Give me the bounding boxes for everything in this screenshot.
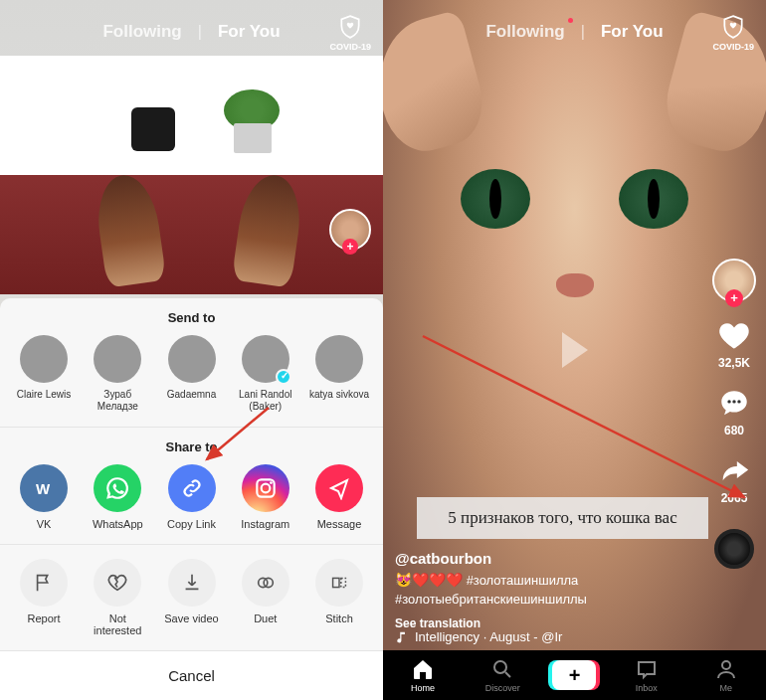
play-icon[interactable] — [562, 332, 588, 368]
svg-point-3 — [270, 481, 273, 484]
tab-following[interactable]: Following — [102, 22, 181, 42]
follow-plus-icon[interactable]: + — [725, 289, 743, 307]
svg-point-11 — [494, 661, 506, 673]
send-to-heading: Send to — [0, 298, 383, 335]
share-button[interactable]: 2065 — [716, 453, 752, 505]
creator-avatar[interactable]: + — [712, 259, 756, 302]
contact-label: Зураб Меладзе — [84, 389, 151, 413]
tab-separator: | — [198, 23, 202, 41]
nav-inbox[interactable]: Inbox — [617, 657, 676, 693]
music-text: Intelligency · August - @Ir — [415, 629, 562, 644]
music-note-icon — [395, 630, 409, 644]
bottom-nav: Home Discover + Inbox Me — [383, 650, 766, 700]
send-icon — [315, 464, 363, 512]
tab-following[interactable]: Following — [485, 22, 564, 42]
flag-icon — [20, 559, 68, 607]
comment-icon — [716, 386, 752, 422]
share-sheet: Send to Claire Lewis Зураб Меладзе Gadae… — [0, 298, 383, 700]
contact-item[interactable]: Claire Lewis — [10, 335, 78, 413]
share-message[interactable]: Message — [305, 464, 373, 530]
nav-label: Home — [411, 683, 435, 693]
inbox-icon — [635, 657, 659, 681]
contact-item[interactable]: katya sivkova — [305, 335, 373, 413]
covid-label: COVID-19 — [329, 42, 371, 52]
action-save-video[interactable]: Save video — [158, 559, 226, 636]
action-rail: + 32,5K 680 2065 — [712, 259, 756, 569]
actions-row: Report Not interested Save video Duet St… — [0, 545, 383, 650]
action-not-interested[interactable]: Not interested — [84, 559, 151, 636]
vk-icon: W — [20, 464, 68, 512]
contact-label: Lani Randol (Baker) — [232, 389, 299, 413]
profile-icon — [714, 657, 738, 681]
instagram-icon — [242, 464, 289, 512]
tab-foryou[interactable]: For You — [218, 22, 281, 42]
heart-icon — [716, 318, 752, 354]
feed-tabs: Following | For You — [0, 22, 383, 42]
shield-heart-icon — [720, 14, 746, 40]
sound-disc[interactable] — [714, 529, 754, 569]
action-label: Duet — [254, 612, 277, 624]
contacts-row: Claire Lewis Зураб Меладзе Gadaemna Lani… — [0, 335, 383, 427]
comment-button[interactable]: 680 — [716, 386, 752, 438]
tab-foryou[interactable]: For You — [601, 22, 664, 42]
svg-point-12 — [722, 661, 730, 669]
username[interactable]: @catbourbon — [395, 550, 696, 567]
nav-home[interactable]: Home — [393, 657, 453, 693]
creator-avatar[interactable]: + — [329, 209, 371, 251]
phone-feed-view: Following | For You COVID-19 + 32,5K 680… — [383, 0, 766, 700]
svg-point-8 — [727, 400, 730, 403]
notification-dot-icon — [568, 18, 573, 23]
action-label: Not interested — [84, 612, 151, 636]
duet-icon — [242, 559, 289, 607]
nav-discover[interactable]: Discover — [473, 657, 532, 693]
share-count: 2065 — [721, 491, 748, 505]
music-row[interactable]: Intelligency · August - @Ir — [395, 629, 696, 644]
action-duet[interactable]: Duet — [232, 559, 299, 636]
like-button[interactable]: 32,5K — [716, 318, 752, 370]
caption[interactable]: 😻❤️❤️❤️ #золоташиншилла #золотыебританск… — [395, 571, 696, 609]
nav-me[interactable]: Me — [696, 657, 756, 693]
verified-badge-icon — [276, 369, 291, 385]
action-stitch[interactable]: Stitch — [305, 559, 373, 636]
plant-prop — [224, 89, 280, 153]
cat-face — [403, 80, 746, 457]
share-icon — [716, 453, 752, 489]
action-label: Save video — [164, 612, 218, 624]
speaker-prop — [131, 107, 175, 151]
share-instagram[interactable]: Instagram — [232, 464, 299, 530]
contact-label: Gadaemna — [167, 389, 216, 401]
nav-create[interactable]: + — [552, 660, 596, 690]
share-copy-link[interactable]: Copy Link — [158, 464, 226, 530]
covid-button[interactable]: COVID-19 — [329, 14, 371, 52]
whatsapp-icon — [94, 464, 141, 512]
svg-point-10 — [737, 400, 740, 403]
covid-button[interactable]: COVID-19 — [712, 14, 754, 52]
video-meta: @catbourbon 😻❤️❤️❤️ #золоташиншилла #зол… — [395, 550, 696, 630]
svg-text:W: W — [36, 480, 51, 497]
contact-item[interactable]: Gadaemna — [158, 335, 226, 413]
heart-broken-icon — [94, 559, 141, 607]
stitch-icon — [315, 559, 363, 607]
share-whatsapp[interactable]: WhatsApp — [84, 464, 151, 530]
download-icon — [168, 559, 216, 607]
follow-plus-icon[interactable]: + — [342, 239, 358, 255]
share-vk[interactable]: WVK — [10, 464, 78, 530]
contact-item[interactable]: Lani Randol (Baker) — [232, 335, 299, 413]
svg-point-2 — [261, 484, 270, 493]
cancel-button[interactable]: Cancel — [0, 650, 383, 700]
search-icon — [490, 657, 514, 681]
nav-label: Discover — [485, 683, 520, 693]
share-label: Message — [317, 518, 362, 530]
covid-label: COVID-19 — [712, 42, 754, 52]
dog-ears — [99, 175, 298, 294]
share-row: WVK WhatsApp Copy Link Instagram Message — [0, 464, 383, 544]
action-label: Stitch — [325, 612, 353, 624]
see-translation[interactable]: See translation — [395, 616, 696, 630]
share-label: WhatsApp — [93, 518, 143, 530]
comment-count: 680 — [724, 424, 744, 438]
tab-separator: | — [581, 23, 585, 41]
contact-item[interactable]: Зураб Меладзе — [84, 335, 151, 413]
link-icon — [168, 464, 216, 512]
share-label: VK — [37, 518, 52, 530]
action-report[interactable]: Report — [10, 559, 78, 636]
